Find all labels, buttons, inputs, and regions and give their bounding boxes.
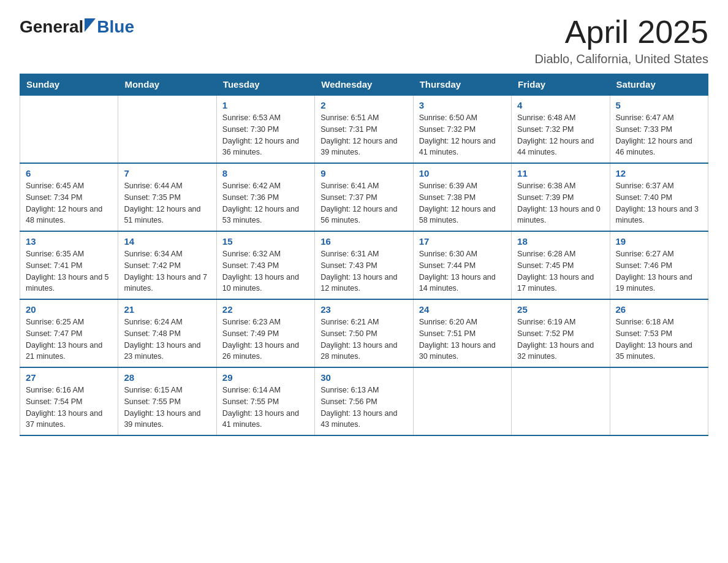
day-number: 13 (26, 236, 112, 247)
day-cell: 17Sunrise: 6:30 AMSunset: 7:44 PMDayligh… (413, 231, 511, 299)
day-detail: Sunrise: 6:53 AMSunset: 7:30 PMDaylight:… (222, 112, 309, 158)
day-number: 17 (419, 236, 506, 247)
day-detail: Sunrise: 6:37 AMSunset: 7:40 PMDaylight:… (616, 180, 702, 226)
day-number: 8 (222, 168, 309, 178)
day-number: 7 (124, 168, 210, 178)
day-number: 20 (26, 304, 112, 315)
day-cell: 23Sunrise: 6:21 AMSunset: 7:50 PMDayligh… (315, 299, 413, 367)
header: General Blue April 2025 Diablo, Californ… (20, 15, 708, 66)
day-cell: 30Sunrise: 6:13 AMSunset: 7:56 PMDayligh… (315, 367, 413, 435)
col-header-sunday: Sunday (20, 74, 118, 96)
day-cell: 13Sunrise: 6:35 AMSunset: 7:41 PMDayligh… (20, 231, 118, 299)
day-cell: 14Sunrise: 6:34 AMSunset: 7:42 PMDayligh… (118, 231, 216, 299)
day-detail: Sunrise: 6:21 AMSunset: 7:50 PMDaylight:… (320, 316, 407, 362)
day-cell: 16Sunrise: 6:31 AMSunset: 7:43 PMDayligh… (315, 231, 413, 299)
day-detail: Sunrise: 6:38 AMSunset: 7:39 PMDaylight:… (517, 180, 604, 226)
week-row-3: 13Sunrise: 6:35 AMSunset: 7:41 PMDayligh… (20, 231, 708, 299)
day-number: 15 (222, 236, 309, 247)
day-detail: Sunrise: 6:19 AMSunset: 7:52 PMDaylight:… (517, 316, 604, 362)
col-header-tuesday: Tuesday (216, 74, 314, 96)
logo-triangle-icon (85, 18, 96, 36)
day-cell: 3Sunrise: 6:50 AMSunset: 7:32 PMDaylight… (413, 95, 511, 163)
day-detail: Sunrise: 6:35 AMSunset: 7:41 PMDaylight:… (26, 248, 112, 294)
logo: General Blue (20, 17, 134, 37)
day-number: 23 (320, 304, 407, 315)
day-cell: 27Sunrise: 6:16 AMSunset: 7:54 PMDayligh… (20, 367, 118, 435)
col-header-thursday: Thursday (413, 74, 511, 96)
day-cell: 10Sunrise: 6:39 AMSunset: 7:38 PMDayligh… (413, 163, 511, 231)
day-number: 12 (616, 168, 702, 178)
col-header-monday: Monday (118, 74, 216, 96)
day-cell: 21Sunrise: 6:24 AMSunset: 7:48 PMDayligh… (118, 299, 216, 367)
day-cell: 4Sunrise: 6:48 AMSunset: 7:32 PMDaylight… (512, 95, 610, 163)
day-number: 19 (616, 236, 702, 247)
day-cell (20, 95, 118, 163)
day-detail: Sunrise: 6:34 AMSunset: 7:42 PMDaylight:… (124, 248, 210, 294)
day-number: 5 (616, 100, 702, 110)
day-cell (413, 367, 511, 435)
day-number: 28 (124, 372, 210, 383)
day-number: 10 (419, 168, 506, 178)
day-cell: 25Sunrise: 6:19 AMSunset: 7:52 PMDayligh… (512, 299, 610, 367)
day-cell: 6Sunrise: 6:45 AMSunset: 7:34 PMDaylight… (20, 163, 118, 231)
day-number: 30 (320, 372, 407, 383)
day-number: 16 (320, 236, 407, 247)
day-detail: Sunrise: 6:32 AMSunset: 7:43 PMDaylight:… (222, 248, 309, 294)
day-cell: 9Sunrise: 6:41 AMSunset: 7:37 PMDaylight… (315, 163, 413, 231)
day-cell (610, 367, 708, 435)
day-number: 29 (222, 372, 309, 383)
day-number: 25 (517, 304, 604, 315)
week-row-5: 27Sunrise: 6:16 AMSunset: 7:54 PMDayligh… (20, 367, 708, 435)
day-cell: 18Sunrise: 6:28 AMSunset: 7:45 PMDayligh… (512, 231, 610, 299)
day-number: 26 (616, 304, 702, 315)
day-number: 6 (26, 168, 112, 178)
day-detail: Sunrise: 6:31 AMSunset: 7:43 PMDaylight:… (320, 248, 407, 294)
col-header-wednesday: Wednesday (315, 74, 413, 96)
day-detail: Sunrise: 6:25 AMSunset: 7:47 PMDaylight:… (26, 316, 112, 362)
day-detail: Sunrise: 6:45 AMSunset: 7:34 PMDaylight:… (26, 180, 112, 226)
day-detail: Sunrise: 6:13 AMSunset: 7:56 PMDaylight:… (320, 385, 407, 431)
week-row-4: 20Sunrise: 6:25 AMSunset: 7:47 PMDayligh… (20, 299, 708, 367)
day-detail: Sunrise: 6:24 AMSunset: 7:48 PMDaylight:… (124, 316, 210, 362)
day-detail: Sunrise: 6:23 AMSunset: 7:49 PMDaylight:… (222, 316, 309, 362)
col-header-saturday: Saturday (610, 74, 708, 96)
day-cell: 19Sunrise: 6:27 AMSunset: 7:46 PMDayligh… (610, 231, 708, 299)
day-cell: 2Sunrise: 6:51 AMSunset: 7:31 PMDaylight… (315, 95, 413, 163)
day-number: 4 (517, 100, 604, 110)
day-cell: 5Sunrise: 6:47 AMSunset: 7:33 PMDaylight… (610, 95, 708, 163)
day-cell: 20Sunrise: 6:25 AMSunset: 7:47 PMDayligh… (20, 299, 118, 367)
col-header-friday: Friday (512, 74, 610, 96)
day-detail: Sunrise: 6:15 AMSunset: 7:55 PMDaylight:… (124, 385, 210, 431)
day-cell: 28Sunrise: 6:15 AMSunset: 7:55 PMDayligh… (118, 367, 216, 435)
day-cell: 11Sunrise: 6:38 AMSunset: 7:39 PMDayligh… (512, 163, 610, 231)
day-number: 18 (517, 236, 604, 247)
week-row-2: 6Sunrise: 6:45 AMSunset: 7:34 PMDaylight… (20, 163, 708, 231)
logo-general: General (20, 17, 83, 37)
day-cell: 12Sunrise: 6:37 AMSunset: 7:40 PMDayligh… (610, 163, 708, 231)
day-detail: Sunrise: 6:27 AMSunset: 7:46 PMDaylight:… (616, 248, 702, 294)
day-detail: Sunrise: 6:16 AMSunset: 7:54 PMDaylight:… (26, 385, 112, 431)
day-detail: Sunrise: 6:51 AMSunset: 7:31 PMDaylight:… (320, 112, 407, 158)
day-cell: 8Sunrise: 6:42 AMSunset: 7:36 PMDaylight… (216, 163, 314, 231)
day-detail: Sunrise: 6:48 AMSunset: 7:32 PMDaylight:… (517, 112, 604, 158)
day-number: 27 (26, 372, 112, 383)
day-cell: 1Sunrise: 6:53 AMSunset: 7:30 PMDaylight… (216, 95, 314, 163)
day-detail: Sunrise: 6:30 AMSunset: 7:44 PMDaylight:… (419, 248, 506, 294)
title-block: April 2025 Diablo, California, United St… (535, 15, 708, 66)
svg-marker-0 (85, 18, 96, 32)
day-detail: Sunrise: 6:14 AMSunset: 7:55 PMDaylight:… (222, 385, 309, 431)
day-cell: 15Sunrise: 6:32 AMSunset: 7:43 PMDayligh… (216, 231, 314, 299)
day-cell: 7Sunrise: 6:44 AMSunset: 7:35 PMDaylight… (118, 163, 216, 231)
logo-blue: Blue (97, 17, 134, 37)
calendar-header-row: SundayMondayTuesdayWednesdayThursdayFrid… (20, 74, 708, 96)
day-number: 3 (419, 100, 506, 110)
day-number: 2 (320, 100, 407, 110)
day-detail: Sunrise: 6:20 AMSunset: 7:51 PMDaylight:… (419, 316, 506, 362)
day-detail: Sunrise: 6:28 AMSunset: 7:45 PMDaylight:… (517, 248, 604, 294)
page-title: April 2025 (535, 15, 708, 50)
day-cell: 29Sunrise: 6:14 AMSunset: 7:55 PMDayligh… (216, 367, 314, 435)
day-detail: Sunrise: 6:42 AMSunset: 7:36 PMDaylight:… (222, 180, 309, 226)
day-detail: Sunrise: 6:44 AMSunset: 7:35 PMDaylight:… (124, 180, 210, 226)
day-number: 24 (419, 304, 506, 315)
day-cell: 24Sunrise: 6:20 AMSunset: 7:51 PMDayligh… (413, 299, 511, 367)
